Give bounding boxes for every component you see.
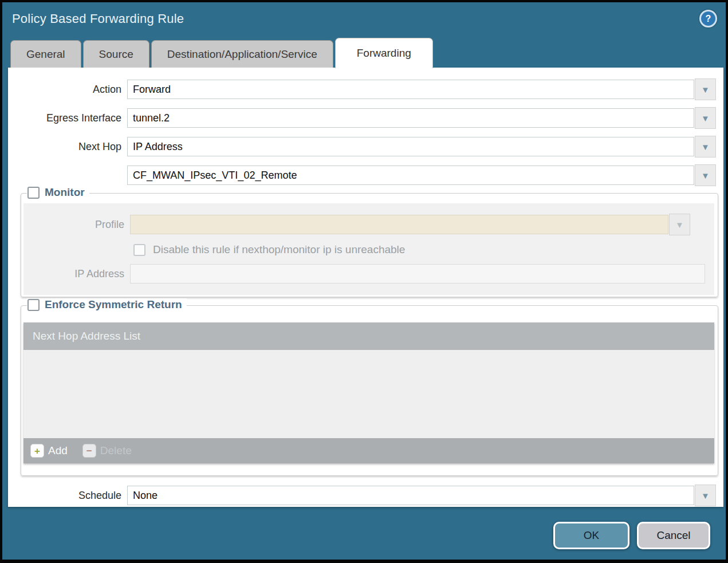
next-hop-row: Next Hop ▼ [8,136,716,158]
dialog-title: Policy Based Forwarding Rule [12,11,184,26]
pbf-rule-dialog: Policy Based Forwarding Rule ? General S… [0,0,728,563]
tab-source[interactable]: Source [83,40,149,68]
next-hop-address-row: ▼ [8,164,716,186]
monitor-ip-address-label: IP Address [23,268,130,280]
ok-button[interactable]: OK [553,522,629,549]
chevron-down-icon: ▼ [701,114,710,123]
disable-rule-row: Disable this rule if nexthop/monitor ip … [23,243,710,256]
egress-interface-input[interactable] [127,108,694,128]
chevron-down-icon: ▼ [701,143,710,151]
add-button[interactable]: + Add [30,444,68,458]
profile-label: Profile [23,219,130,231]
enforce-symmetric-return-legend-label: Enforce Symmetric Return [45,298,182,311]
delete-button[interactable]: − Delete [82,444,132,458]
profile-input[interactable] [130,215,668,234]
monitor-legend-label: Monitor [45,186,85,199]
dialog-footer: OK Cancel [2,507,726,560]
schedule-dropdown-button[interactable]: ▼ [695,485,716,506]
chevron-down-icon: ▼ [701,171,710,180]
minus-icon: − [82,444,96,458]
chevron-down-icon: ▼ [701,491,710,500]
profile-row: Profile ▼ [23,214,710,235]
chevron-down-icon: ▼ [675,221,684,229]
next-hop-type-dropdown-button[interactable]: ▼ [695,136,716,158]
add-button-label: Add [48,444,68,457]
plus-icon: + [30,444,44,458]
next-hop-address-list-toolbar: + Add − Delete [23,438,714,463]
tab-forwarding[interactable]: Forwarding [335,38,433,68]
delete-button-label: Delete [100,444,132,457]
chevron-down-icon: ▼ [701,85,710,94]
action-row: Action ▼ [8,78,716,100]
action-input[interactable] [127,80,694,99]
monitor-disabled-area: Profile ▼ Disable this rule if nexthop/m… [23,203,714,295]
help-icon[interactable]: ? [699,10,717,27]
schedule-row: Schedule ▼ [8,485,716,506]
dialog-titlebar: Policy Based Forwarding Rule ? [2,2,726,36]
egress-interface-label: Egress Interface [8,112,127,124]
action-dropdown-button[interactable]: ▼ [695,78,716,100]
enforce-symmetric-return-legend: Enforce Symmetric Return [27,298,187,311]
next-hop-address-list-header-label: Next Hop Address List [33,330,140,342]
next-hop-label: Next Hop [8,141,127,153]
next-hop-type-input[interactable] [127,137,694,156]
disable-rule-label: Disable this rule if nexthop/monitor ip … [153,243,405,256]
profile-dropdown-button[interactable]: ▼ [669,214,690,235]
next-hop-address-list-table: Next Hop Address List + Add − Delete [23,322,714,463]
egress-interface-row: Egress Interface ▼ [8,107,716,129]
disable-rule-checkbox[interactable] [133,244,145,256]
next-hop-address-list-header: Next Hop Address List [23,322,714,350]
monitor-legend: Monitor [27,186,89,199]
tab-destination-application-service[interactable]: Destination/Application/Service [151,40,333,68]
monitor-fieldset: Monitor Profile ▼ Disable this rule if n… [21,193,718,297]
monitor-ip-address-row: IP Address [23,264,710,284]
action-label: Action [8,84,127,96]
tab-general[interactable]: General [10,40,81,68]
monitor-ip-address-input[interactable] [130,264,705,284]
next-hop-address-input[interactable] [127,166,694,185]
forwarding-tab-panel: Action ▼ Egress Interface ▼ Next Hop [8,68,723,507]
schedule-label: Schedule [8,490,127,502]
egress-interface-dropdown-button[interactable]: ▼ [695,107,716,129]
tab-strip: General Source Destination/Application/S… [2,36,726,68]
monitor-checkbox[interactable] [27,187,40,199]
next-hop-address-dropdown-button[interactable]: ▼ [695,164,716,186]
enforce-symmetric-return-fieldset: Enforce Symmetric Return Next Hop Addres… [21,305,718,476]
enforce-symmetric-return-checkbox[interactable] [27,299,40,311]
next-hop-address-list-body[interactable] [23,350,714,438]
schedule-input[interactable] [127,486,694,505]
cancel-button[interactable]: Cancel [637,522,710,549]
